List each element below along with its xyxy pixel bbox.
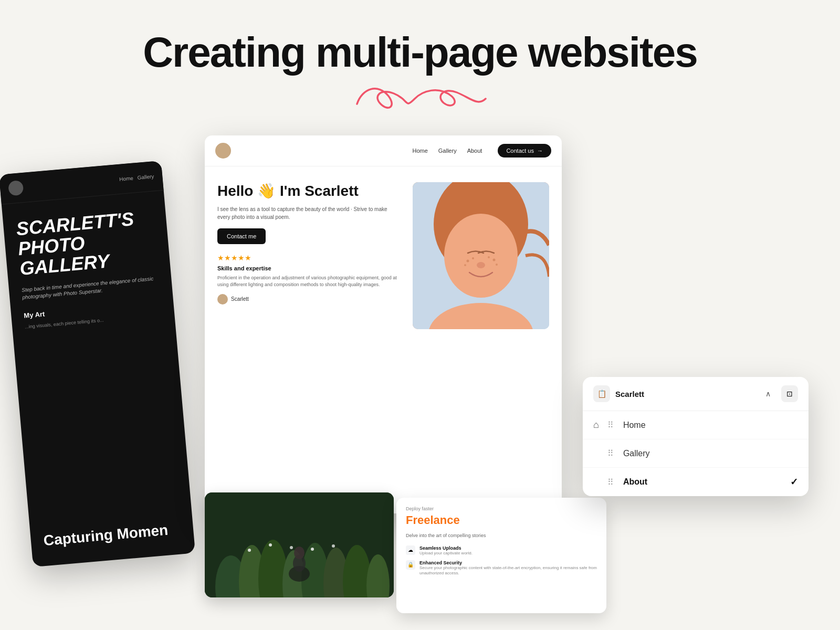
nav-link-home: Home bbox=[119, 175, 134, 182]
site-body: Hello 👋 I'm Scarlett I see the lens as a… bbox=[205, 166, 562, 340]
card-left-body: SCARLETT'SPHOTOGALLERY Step back in time… bbox=[2, 191, 176, 348]
svg-point-22 bbox=[290, 546, 293, 549]
site-nav: Home Gallery About Contact us bbox=[205, 135, 562, 166]
dropdown-header-icon: 📋 bbox=[593, 385, 610, 402]
nav-gallery: Gallery bbox=[438, 148, 457, 154]
card-nature-photo bbox=[205, 492, 394, 597]
deploy-title: Freelance bbox=[406, 513, 597, 527]
deploy-label: Deploy faster bbox=[406, 506, 597, 511]
card-center-photographer-site: Home Gallery About Contact us Hello 👋 I'… bbox=[205, 135, 562, 513]
hero-desc: I see the lens as a tool to capture the … bbox=[217, 205, 400, 221]
site-nav-links: Home Gallery About bbox=[412, 148, 482, 154]
dropdown-item-about[interactable]: ⌂ ⠿ About ✓ bbox=[583, 468, 808, 496]
page-title: Creating multi-page websites bbox=[0, 32, 840, 74]
gallery-subtitle: Step back in time and experience the ele… bbox=[22, 275, 160, 302]
skills-title: Skills and expertise bbox=[217, 265, 400, 271]
card-deploy-faster: Deploy faster Freelance Delve into the a… bbox=[396, 498, 606, 613]
dropdown-header-name: Scarlett bbox=[615, 390, 765, 398]
dropdown-item-gallery[interactable]: ⌂ ⠿ Gallery bbox=[583, 439, 808, 468]
nav-home: Home bbox=[412, 148, 427, 154]
page-header: Creating multi-page websites bbox=[0, 0, 840, 125]
nav-about: About bbox=[467, 148, 482, 154]
author-avatar bbox=[217, 294, 228, 304]
card-left-bottom: Capturing Momen bbox=[29, 508, 195, 567]
nav-contact-button[interactable]: Contact us bbox=[498, 144, 551, 158]
dropdown-item-home[interactable]: ⌂ ⠿ Home bbox=[583, 411, 808, 439]
uploads-title: Seamless Uploads bbox=[419, 545, 472, 551]
skills-desc: Proficient in the operation and adjustme… bbox=[217, 275, 400, 289]
dropdown-header: 📋 Scarlett ∧ ⊡ bbox=[583, 377, 808, 411]
drag-handle-about: ⠿ bbox=[607, 477, 615, 487]
upload-icon: ☁ bbox=[406, 545, 415, 555]
svg-point-23 bbox=[311, 548, 314, 551]
contact-me-button[interactable]: Contact me bbox=[217, 228, 266, 244]
check-icon: ✓ bbox=[790, 476, 798, 488]
svg-point-2 bbox=[444, 214, 518, 298]
card-left-avatar bbox=[8, 180, 24, 196]
page-label-about: About bbox=[623, 477, 782, 487]
uploads-desc: Upload your captivate world. bbox=[419, 551, 472, 556]
page-label-home: Home bbox=[623, 421, 798, 430]
dropdown-action-icon[interactable]: ⊡ bbox=[781, 385, 798, 402]
star-rating: ★★★★★ bbox=[217, 254, 400, 262]
hero-title: Hello 👋 I'm Scarlett bbox=[217, 182, 400, 200]
author-name: Scarlett bbox=[231, 296, 249, 302]
feature-security: 🔒 Enhanced Security Secure your photogra… bbox=[406, 560, 597, 576]
card-left-photographer: Home Gallery SCARLETT'SPHOTOGALLERY Step… bbox=[0, 161, 195, 567]
svg-point-8 bbox=[496, 264, 498, 266]
svg-point-9 bbox=[477, 262, 485, 268]
deploy-desc: Delve into the art of compelling stories bbox=[406, 532, 597, 539]
security-desc: Secure your photographic content with st… bbox=[419, 565, 597, 576]
home-icon: ⌂ bbox=[593, 419, 599, 430]
drag-handle-home: ⠿ bbox=[607, 420, 615, 430]
svg-point-5 bbox=[464, 264, 466, 266]
svg-point-20 bbox=[248, 549, 251, 552]
svg-point-7 bbox=[488, 256, 490, 258]
feature-uploads-text: Seamless Uploads Upload your captivate w… bbox=[419, 545, 472, 556]
gallery-title: SCARLETT'SPHOTOGALLERY bbox=[15, 207, 158, 279]
security-title: Enhanced Security bbox=[419, 560, 597, 565]
feature-uploads: ☁ Seamless Uploads Upload your captivate… bbox=[406, 545, 597, 556]
svg-point-3 bbox=[467, 260, 469, 262]
svg-point-6 bbox=[493, 259, 496, 261]
card-left-nav-links: Home Gallery bbox=[119, 173, 154, 182]
site-content-left: Hello 👋 I'm Scarlett I see the lens as a… bbox=[217, 182, 400, 329]
author-row: Scarlett bbox=[217, 294, 400, 304]
nav-link-gallery: Gallery bbox=[137, 173, 154, 181]
svg-point-24 bbox=[332, 544, 335, 548]
feature-security-text: Enhanced Security Secure your photograph… bbox=[419, 560, 597, 576]
capturing-moments-title: Capturing Momen bbox=[43, 521, 182, 550]
site-content-right bbox=[413, 182, 549, 329]
drag-handle-gallery: ⠿ bbox=[607, 448, 615, 458]
svg-point-4 bbox=[472, 257, 474, 259]
pages-dropdown[interactable]: 📋 Scarlett ∧ ⊡ ⌂ ⠿ Home ⌂ ⠿ Gallery ⌂ ⠿ … bbox=[583, 377, 808, 496]
svg-point-27 bbox=[294, 547, 304, 559]
site-nav-avatar bbox=[215, 143, 231, 159]
swirl-decoration bbox=[0, 78, 840, 114]
hero-photo bbox=[413, 182, 549, 329]
svg-point-21 bbox=[269, 543, 272, 547]
chevron-up-icon[interactable]: ∧ bbox=[765, 390, 771, 398]
page-label-gallery: Gallery bbox=[623, 449, 798, 458]
security-icon: 🔒 bbox=[406, 560, 415, 570]
screenshots-area: Home Gallery SCARLETT'SPHOTOGALLERY Step… bbox=[0, 135, 840, 608]
